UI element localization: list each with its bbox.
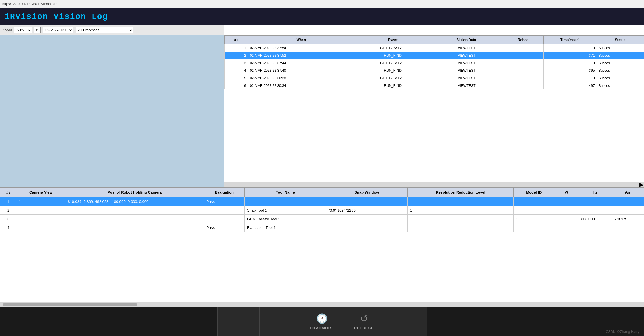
image-panel bbox=[0, 35, 224, 187]
toolbar: Zoom 50% 25% 100% ⊡ 02-MAR-2023 All Proc… bbox=[0, 25, 224, 35]
detail-hscroll[interactable] bbox=[0, 302, 644, 307]
dcol-an: An bbox=[611, 188, 644, 197]
loadmore-button[interactable]: 🕐 LOADMORE bbox=[301, 307, 343, 336]
detail-table-row[interactable]: 11810.089, 9.869, 462.028, -180.000, 0.0… bbox=[0, 197, 644, 206]
refresh-label: REFRESH bbox=[354, 326, 374, 330]
dcol-tool: Tool Name bbox=[244, 188, 326, 197]
log-table-row[interactable]: 302-MAR-2023 22:37:44GET_PASSFAILVIEWTES… bbox=[225, 59, 644, 67]
log-table-row[interactable]: 102-MAR-2023 22:37:54GET_PASSFAILVIEWTES… bbox=[225, 44, 644, 52]
toolbar-btn-2[interactable] bbox=[259, 307, 301, 336]
loadmore-icon: 🕐 bbox=[316, 313, 328, 324]
watermark: CSDN @Zhang Harry bbox=[606, 330, 639, 334]
zoom-fit-button[interactable]: ⊡ bbox=[34, 27, 41, 33]
col-event: Event bbox=[354, 36, 431, 44]
bottom-toolbar: 🕐 LOADMORE ↺ REFRESH CSDN @Zhang Harry bbox=[0, 307, 644, 336]
col-time: Time(msec) bbox=[543, 36, 597, 44]
col-status: Status bbox=[597, 36, 644, 44]
app-title: iRVision Vision Log bbox=[0, 8, 644, 25]
dcol-pos: Pos. of Robot Holding Camera bbox=[65, 188, 204, 197]
toolbar-btn-1[interactable] bbox=[217, 307, 259, 336]
log-table-row[interactable]: 502-MAR-2023 22:30:38GET_PASSFAILVIEWTES… bbox=[225, 74, 644, 82]
browser-bar: http://127.0.0.1/frh/vision/vlfrmn.stm bbox=[0, 0, 644, 8]
zoom-select[interactable]: 50% 25% 100% bbox=[14, 27, 32, 33]
detail-table-row[interactable]: 2Snap Tool 1(0,0) 1024*12801 bbox=[0, 206, 644, 215]
dcol-camera: Camera View bbox=[16, 188, 65, 197]
browser-url: http://127.0.0.1/frh/vision/vlfrmn.stm bbox=[2, 2, 57, 6]
bottom-section: #↕ Camera View Pos. of Robot Holding Cam… bbox=[0, 187, 644, 307]
log-table: #↓ When Event Vision Data Robot Time(mse… bbox=[224, 35, 644, 89]
zoom-label: Zoom bbox=[2, 28, 12, 32]
top-section: Zoom 50% 25% 100% ⊡ 02-MAR-2023 All Proc… bbox=[0, 25, 644, 187]
col-num: #↓ bbox=[225, 36, 248, 44]
refresh-icon: ↺ bbox=[360, 313, 368, 324]
col-vision-data: Vision Data bbox=[431, 36, 502, 44]
detail-table-row[interactable]: 4PassEvaluation Tool 1 bbox=[0, 223, 644, 232]
log-table-row[interactable]: 602-MAR-2023 22:30:34RUN_FINDVIEWTEST497… bbox=[225, 82, 644, 89]
main-content: Zoom 50% 25% 100% ⊡ 02-MAR-2023 All Proc… bbox=[0, 25, 644, 307]
log-scroll-right-arrow[interactable]: ▶ bbox=[639, 181, 643, 187]
detail-table-wrapper[interactable]: #↕ Camera View Pos. of Robot Holding Cam… bbox=[0, 187, 644, 302]
date-select[interactable]: 02-MAR-2023 bbox=[43, 27, 73, 33]
log-table-row[interactable]: 402-MAR-2023 22:37:40RUN_FINDVIEWTEST395… bbox=[225, 67, 644, 74]
log-table-header: #↓ When Event Vision Data Robot Time(mse… bbox=[225, 36, 644, 44]
dcol-model: Model ID bbox=[514, 188, 554, 197]
process-select[interactable]: All Processes bbox=[76, 27, 133, 33]
refresh-button[interactable]: ↺ REFRESH bbox=[343, 307, 385, 336]
dcol-snap: Snap Window bbox=[326, 188, 408, 197]
dcol-res: Resolution Reduction Level bbox=[408, 188, 514, 197]
log-panel: #↓ When Event Vision Data Robot Time(mse… bbox=[224, 25, 644, 187]
dcol-hz: Hz bbox=[579, 188, 611, 197]
log-hscroll: ▶ bbox=[224, 182, 644, 187]
dcol-eval: Evaluation bbox=[204, 188, 245, 197]
loadmore-label: LOADMORE bbox=[310, 326, 334, 330]
col-robot: Robot bbox=[502, 36, 543, 44]
col-when: When bbox=[248, 36, 354, 44]
hscroll-thumb[interactable] bbox=[3, 303, 137, 306]
detail-table: #↕ Camera View Pos. of Robot Holding Cam… bbox=[0, 187, 644, 232]
left-panel: Zoom 50% 25% 100% ⊡ 02-MAR-2023 All Proc… bbox=[0, 25, 224, 187]
dcol-vt: Vt bbox=[554, 188, 579, 197]
toolbar-btn-5[interactable] bbox=[385, 307, 427, 336]
log-table-row[interactable]: 202-MAR-2023 22:37:52RUN_FINDVIEWTEST371… bbox=[225, 52, 644, 59]
detail-table-row[interactable]: 3GPM Locator Tool 11808.000573.975 bbox=[0, 215, 644, 223]
detail-table-header: #↕ Camera View Pos. of Robot Holding Cam… bbox=[0, 188, 644, 197]
log-scroll-area[interactable]: #↓ When Event Vision Data Robot Time(mse… bbox=[224, 35, 644, 182]
dcol-num: #↕ bbox=[0, 188, 16, 197]
